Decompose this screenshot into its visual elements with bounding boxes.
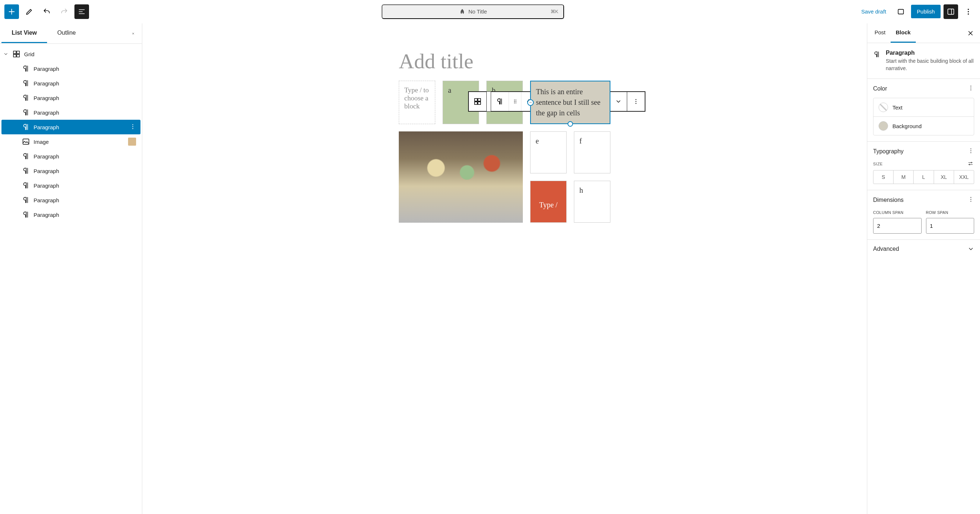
svg-rect-7 bbox=[13, 54, 16, 57]
overview-tabs: List View Outline bbox=[0, 23, 142, 44]
size-m[interactable]: M bbox=[893, 171, 913, 184]
tree-item-paragraph[interactable]: Paragraph bbox=[2, 149, 140, 164]
paragraph-icon bbox=[22, 211, 30, 219]
svg-point-31 bbox=[970, 152, 971, 153]
svg-rect-14 bbox=[478, 99, 480, 101]
grid-cell-f[interactable]: f bbox=[574, 131, 610, 173]
chevron-down-icon bbox=[615, 97, 622, 105]
grid-cell-orange-placeholder[interactable]: Type / bbox=[530, 181, 566, 223]
block-options-button[interactable] bbox=[627, 92, 645, 111]
tab-block[interactable]: Block bbox=[891, 23, 916, 43]
svg-point-23 bbox=[636, 99, 636, 100]
tree-item-paragraph[interactable]: Paragraph bbox=[2, 208, 140, 222]
image-thumbnail bbox=[128, 137, 136, 146]
tree-item-paragraph[interactable]: Paragraph bbox=[2, 105, 140, 120]
close-overview-button[interactable] bbox=[126, 26, 140, 41]
resize-handle-bottom[interactable] bbox=[568, 121, 573, 127]
svg-point-22 bbox=[515, 102, 516, 103]
post-title-input[interactable]: Add title bbox=[399, 49, 610, 73]
grid-cell-e[interactable]: e bbox=[530, 131, 566, 173]
kebab-icon bbox=[964, 8, 972, 16]
keyboard-shortcut: ⌘K bbox=[550, 9, 558, 14]
tree-item-paragraph-selected[interactable]: Paragraph bbox=[2, 120, 140, 134]
grid-cell-placeholder[interactable]: Type / to choose a block bbox=[399, 81, 435, 124]
tree-item-paragraph[interactable]: Paragraph bbox=[2, 91, 140, 105]
svg-point-17 bbox=[514, 100, 515, 101]
drag-handle[interactable] bbox=[509, 92, 521, 111]
edit-mode-button[interactable] bbox=[22, 5, 37, 19]
tree-item-paragraph[interactable]: Paragraph bbox=[2, 164, 140, 178]
paragraph-icon bbox=[22, 182, 30, 190]
grid-cell-sentence-selected[interactable]: This is an entire sentence but I still s… bbox=[530, 81, 610, 124]
block-description: Start with the basic building block of a… bbox=[886, 57, 974, 72]
section-title: Dimensions bbox=[873, 197, 904, 203]
tree-label: Paragraph bbox=[33, 197, 59, 203]
tab-list-view[interactable]: List View bbox=[2, 24, 47, 43]
dimensions-options-button[interactable] bbox=[967, 196, 974, 204]
add-block-button[interactable] bbox=[5, 5, 19, 19]
close-icon bbox=[132, 30, 135, 37]
svg-point-36 bbox=[970, 201, 971, 201]
size-options: S M L XL XXL bbox=[873, 170, 974, 184]
document-overview-button[interactable] bbox=[75, 5, 89, 19]
color-section: Color Text Background bbox=[867, 78, 980, 141]
publish-button[interactable]: Publish bbox=[911, 5, 940, 18]
svg-point-18 bbox=[515, 100, 516, 101]
resize-handle-left[interactable]: ↔ bbox=[527, 99, 534, 106]
tree-item-paragraph[interactable]: Paragraph bbox=[2, 61, 140, 76]
undo-button[interactable] bbox=[40, 5, 54, 19]
more-format-button[interactable] bbox=[609, 92, 627, 111]
tree-item-menu[interactable] bbox=[125, 122, 140, 132]
tablet-icon bbox=[897, 8, 905, 16]
tree-item-grid[interactable]: Grid bbox=[2, 47, 140, 61]
tab-outline[interactable]: Outline bbox=[47, 24, 86, 43]
advanced-label: Advanced bbox=[873, 246, 899, 252]
parent-grid-button[interactable] bbox=[469, 92, 486, 111]
tree-item-paragraph[interactable]: Paragraph bbox=[2, 76, 140, 91]
row-span-input[interactable] bbox=[926, 218, 975, 234]
settings-panel-toggle[interactable] bbox=[943, 5, 958, 19]
tree-item-paragraph[interactable]: Paragraph bbox=[2, 193, 140, 208]
paragraph-icon bbox=[22, 109, 30, 117]
size-l[interactable]: L bbox=[913, 171, 933, 184]
grid-cell-h[interactable]: h bbox=[574, 181, 610, 223]
size-label: SIZE bbox=[873, 162, 883, 166]
svg-rect-8 bbox=[17, 54, 19, 57]
size-xxl[interactable]: XXL bbox=[954, 171, 974, 184]
background-color-swatch bbox=[878, 121, 888, 131]
paragraph-icon bbox=[22, 123, 30, 131]
size-xl[interactable]: XL bbox=[934, 171, 954, 184]
settings-tabs: Post Block bbox=[867, 23, 980, 43]
custom-size-toggle[interactable] bbox=[967, 161, 974, 167]
close-settings-button[interactable] bbox=[963, 26, 978, 40]
document-title-bar[interactable]: No Title ⌘K bbox=[382, 5, 564, 19]
size-s[interactable]: S bbox=[873, 171, 893, 184]
redo-button[interactable] bbox=[57, 5, 72, 19]
caret-icon[interactable] bbox=[3, 51, 9, 57]
tab-post[interactable]: Post bbox=[869, 23, 891, 43]
typography-options-button[interactable] bbox=[967, 147, 974, 155]
block-type-button[interactable] bbox=[491, 92, 509, 111]
tree-item-paragraph[interactable]: Paragraph bbox=[2, 178, 140, 193]
block-info: Paragraph Start with the basic building … bbox=[867, 43, 980, 78]
grid-cell-image[interactable] bbox=[399, 131, 523, 223]
preview-button[interactable] bbox=[894, 5, 908, 19]
svg-point-21 bbox=[514, 102, 515, 103]
color-label: Text bbox=[892, 104, 903, 111]
leaf-icon bbox=[459, 8, 466, 15]
color-label: Background bbox=[892, 123, 922, 129]
undo-icon bbox=[43, 8, 51, 16]
column-span-input[interactable] bbox=[873, 218, 922, 234]
more-options-button[interactable] bbox=[961, 5, 975, 19]
tree-item-image[interactable]: Image bbox=[2, 134, 140, 149]
svg-point-10 bbox=[132, 126, 133, 127]
svg-point-30 bbox=[970, 150, 971, 151]
text-color-button[interactable]: Text bbox=[873, 98, 974, 117]
color-options-button[interactable] bbox=[967, 85, 974, 93]
background-color-button[interactable]: Background bbox=[873, 117, 974, 135]
tree-label: Grid bbox=[24, 51, 34, 57]
editor-canvas[interactable]: Add title Type / bbox=[142, 23, 867, 514]
advanced-section-toggle[interactable]: Advanced bbox=[867, 239, 980, 258]
save-draft-button[interactable]: Save draft bbox=[857, 5, 890, 18]
dimensions-section: Dimensions COLUMN SPAN ROW SPAN bbox=[867, 190, 980, 239]
